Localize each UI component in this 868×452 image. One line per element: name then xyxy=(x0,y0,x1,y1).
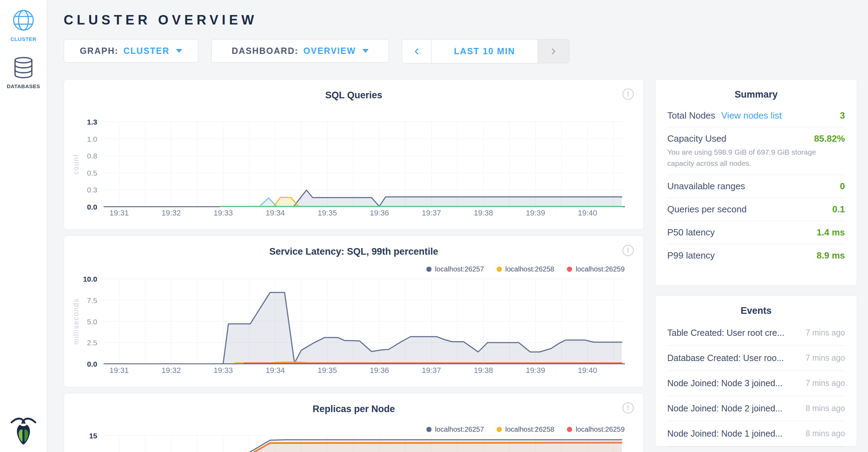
summary-row-value: 1.4 ms xyxy=(817,227,845,238)
chart-plot-sql-queries: 0.00.30.50.81.01.319:3119:3219:3319:3419… xyxy=(64,79,643,229)
svg-text:19:36: 19:36 xyxy=(370,209,389,217)
svg-text:19:31: 19:31 xyxy=(109,366,129,375)
summary-row-value: 8.9 ms xyxy=(817,250,845,261)
summary-panel: Summary Total NodesView nodes list3Capac… xyxy=(655,79,857,286)
summary-row-main: P99 latency8.9 ms xyxy=(667,250,845,261)
controls-bar: GRAPH: CLUSTER DASHBOARD: OVERVIEW ‹ LAS… xyxy=(64,39,858,63)
event-text: Node Joined: Node 2 joined... xyxy=(667,403,782,414)
events-title: Events xyxy=(667,305,845,316)
charts-column: SQL Queries!0.00.30.50.81.01.319:3119:32… xyxy=(64,79,644,452)
summary-row: P50 latency1.4 ms xyxy=(667,221,845,244)
svg-text:milliseconds: milliseconds xyxy=(72,298,80,345)
svg-text:count: count xyxy=(72,154,80,175)
graph-dropdown-value: CLUSTER xyxy=(123,46,170,56)
graph-dropdown[interactable]: GRAPH: CLUSTER xyxy=(64,39,198,63)
summary-row-label: P99 latency xyxy=(667,250,715,261)
svg-text:15: 15 xyxy=(89,432,98,440)
summary-row-main: Capacity Used85.82% xyxy=(667,133,845,144)
sidebar-item-label: DATABASES xyxy=(7,83,40,89)
event-text: Node Joined: Node 3 joined... xyxy=(667,378,782,388)
dashboard-dropdown-label: DASHBOARD: xyxy=(232,46,298,56)
event-time: 8 mins ago xyxy=(799,429,845,438)
chart-card-replicas-per-node: Replicas per Node!localhost:26257localho… xyxy=(64,393,644,452)
time-next-button[interactable]: › xyxy=(538,40,569,63)
event-time: 7 mins ago xyxy=(799,353,845,363)
chevron-down-icon xyxy=(176,49,182,53)
svg-text:19:31: 19:31 xyxy=(109,209,129,217)
svg-text:0.3: 0.3 xyxy=(87,186,97,194)
summary-row-label: P50 latency xyxy=(667,227,715,238)
svg-text:19:33: 19:33 xyxy=(214,209,233,217)
main-content: CLUSTER OVERVIEW GRAPH: CLUSTER DASHBOAR… xyxy=(47,0,868,452)
svg-text:19:36: 19:36 xyxy=(370,366,389,375)
svg-text:1.3: 1.3 xyxy=(87,118,97,126)
summary-row: Queries per second0.1 xyxy=(667,198,845,221)
event-row: Database Created: User roo...7 mins ago xyxy=(667,346,845,371)
graph-dropdown-label: GRAPH: xyxy=(80,46,119,56)
chart-plot-replicas-per-node: 05101519:3119:3219:3319:3419:3519:3619:3… xyxy=(64,393,643,452)
svg-text:19:34: 19:34 xyxy=(265,366,285,375)
view-nodes-link[interactable]: View nodes list xyxy=(721,110,782,121)
event-text: Node Joined: Node 1 joined... xyxy=(667,429,782,439)
svg-text:19:39: 19:39 xyxy=(526,209,545,217)
event-time: 7 mins ago xyxy=(799,328,845,338)
svg-text:7.5: 7.5 xyxy=(87,296,97,304)
event-row: Node Joined: Node 1 joined...8 mins ago xyxy=(667,421,845,446)
content-area: SQL Queries!0.00.30.50.81.01.319:3119:32… xyxy=(64,79,858,452)
summary-row-value: 85.82% xyxy=(814,133,845,144)
svg-text:19:34: 19:34 xyxy=(265,209,285,217)
svg-text:19:35: 19:35 xyxy=(318,209,337,217)
sidebar-item-cluster[interactable]: CLUSTER xyxy=(0,9,47,42)
summary-row-subtext: You are using 598.9 GiB of 697.9 GiB sto… xyxy=(667,147,821,169)
chart-plot-service-latency: 0.02.55.07.510.019:3119:3219:3319:3419:3… xyxy=(64,236,643,387)
summary-row-main: Unavailable ranges0 xyxy=(667,181,845,192)
summary-row-value: 0.1 xyxy=(832,204,845,215)
chart-card-sql-queries: SQL Queries!0.00.30.50.81.01.319:3119:32… xyxy=(64,79,644,230)
summary-row-value: 3 xyxy=(840,110,845,121)
svg-text:0.5: 0.5 xyxy=(87,169,97,177)
sidebar: CLUSTER DATABASES xyxy=(0,0,47,452)
svg-text:0.8: 0.8 xyxy=(87,152,97,160)
summary-row-label: Queries per second xyxy=(667,204,747,215)
page-title: CLUSTER OVERVIEW xyxy=(64,13,858,28)
svg-text:19:38: 19:38 xyxy=(474,209,493,217)
svg-text:19:39: 19:39 xyxy=(526,366,545,375)
svg-text:5.0: 5.0 xyxy=(87,318,97,326)
summary-row-main: Queries per second0.1 xyxy=(667,204,845,215)
summary-title: Summary xyxy=(667,89,845,100)
chevron-down-icon xyxy=(362,49,369,53)
cockroachdb-logo[interactable] xyxy=(10,416,36,447)
summary-row-label: Capacity Used xyxy=(667,133,726,144)
svg-text:19:37: 19:37 xyxy=(422,366,441,375)
summary-row: Capacity Used85.82%You are using 598.9 G… xyxy=(667,127,845,175)
globe-icon xyxy=(12,9,35,33)
event-row: Node Joined: Node 3 joined...7 mins ago xyxy=(667,371,845,396)
dashboard-dropdown[interactable]: DASHBOARD: OVERVIEW xyxy=(211,39,389,63)
sidebar-item-databases[interactable]: DATABASES xyxy=(0,57,47,89)
svg-text:1.0: 1.0 xyxy=(87,135,97,143)
summary-row: Total NodesView nodes list3 xyxy=(667,104,845,127)
chart-card-service-latency: Service Latency: SQL, 99th percentile!lo… xyxy=(64,235,644,387)
event-text: Database Created: User roo... xyxy=(667,353,784,363)
time-range-selector: ‹ LAST 10 MIN › xyxy=(402,39,569,63)
svg-text:0.0: 0.0 xyxy=(87,360,97,368)
svg-text:10.0: 10.0 xyxy=(83,275,97,283)
svg-text:19:38: 19:38 xyxy=(474,366,493,375)
event-row: Node Joined: Node 2 joined...8 mins ago xyxy=(667,396,845,421)
time-range-label[interactable]: LAST 10 MIN xyxy=(432,40,538,63)
summary-row-value: 0 xyxy=(840,181,845,192)
svg-text:19:40: 19:40 xyxy=(578,366,597,375)
svg-text:19:40: 19:40 xyxy=(578,209,597,217)
time-prev-button[interactable]: ‹ xyxy=(402,40,432,63)
summary-row-main: P50 latency1.4 ms xyxy=(667,227,845,238)
svg-text:19:35: 19:35 xyxy=(318,366,337,375)
event-time: 8 mins ago xyxy=(799,404,845,413)
summary-row: P99 latency8.9 ms xyxy=(667,244,845,267)
dashboard-dropdown-value: OVERVIEW xyxy=(303,46,356,56)
svg-text:19:32: 19:32 xyxy=(162,366,181,375)
right-column: Summary Total NodesView nodes list3Capac… xyxy=(655,79,857,452)
svg-text:2.5: 2.5 xyxy=(87,339,97,347)
sidebar-item-label: CLUSTER xyxy=(10,36,36,42)
databases-icon xyxy=(14,57,33,80)
event-row: Table Created: User root cre...7 mins ag… xyxy=(667,320,845,346)
